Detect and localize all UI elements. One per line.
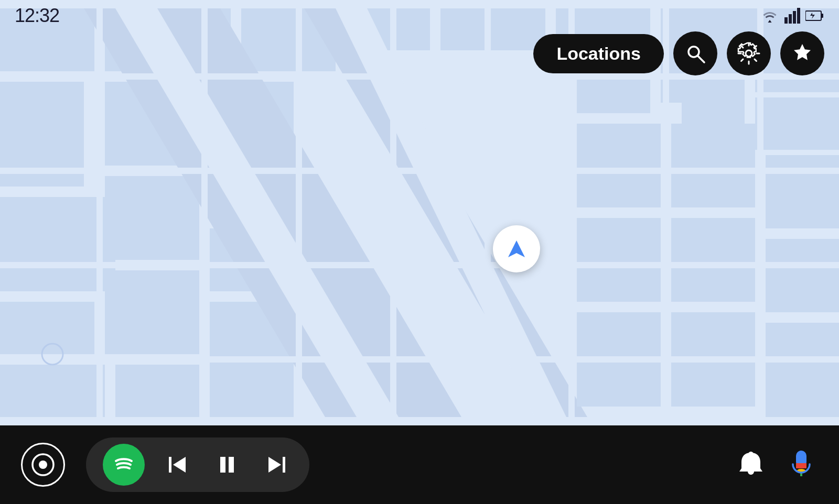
svg-rect-57 xyxy=(789,14,792,24)
media-controls xyxy=(86,437,309,492)
svg-rect-17 xyxy=(0,365,105,417)
location-arrow-icon xyxy=(505,237,528,260)
svg-rect-13 xyxy=(755,97,839,150)
status-bar: 12:32 xyxy=(0,0,839,31)
svg-rect-34 xyxy=(577,124,661,207)
svg-rect-29 xyxy=(210,365,294,417)
svg-rect-42 xyxy=(766,323,839,417)
star-icon xyxy=(791,42,814,65)
search-button[interactable] xyxy=(673,31,717,75)
svg-rect-58 xyxy=(793,11,796,24)
prev-button[interactable] xyxy=(162,448,194,481)
svg-rect-59 xyxy=(797,8,800,24)
svg-rect-24 xyxy=(105,270,199,354)
svg-rect-61 xyxy=(821,14,823,18)
battery-icon xyxy=(805,9,824,23)
map-area[interactable]: 12:32 xyxy=(0,0,839,425)
settings-button[interactable] xyxy=(727,31,771,75)
toolbar: Locations xyxy=(533,31,824,75)
svg-line-63 xyxy=(698,56,704,62)
svg-rect-70 xyxy=(283,457,285,473)
svg-rect-56 xyxy=(784,17,788,24)
wifi-icon xyxy=(760,8,779,23)
favorites-button[interactable] xyxy=(780,31,824,75)
svg-rect-67 xyxy=(169,457,171,473)
settings-icon xyxy=(737,42,760,65)
next-icon xyxy=(264,453,288,477)
svg-point-66 xyxy=(39,461,47,469)
svg-rect-40 xyxy=(766,155,839,228)
spotify-button[interactable] xyxy=(103,444,145,486)
svg-rect-69 xyxy=(229,457,234,473)
home-circle-icon xyxy=(31,453,55,477)
svg-rect-12 xyxy=(682,82,745,124)
bottom-bar xyxy=(0,425,839,504)
svg-rect-68 xyxy=(220,457,225,473)
home-button[interactable] xyxy=(21,443,65,487)
prev-icon xyxy=(166,453,190,477)
search-icon xyxy=(684,42,706,64)
pause-icon xyxy=(215,453,239,477)
svg-rect-23 xyxy=(105,176,199,260)
bell-icon xyxy=(734,447,768,481)
svg-rect-41 xyxy=(766,239,839,312)
voice-icon xyxy=(784,447,818,481)
current-location-button[interactable] xyxy=(493,225,540,272)
bottom-right-controls xyxy=(734,447,818,483)
notification-button[interactable] xyxy=(734,447,768,483)
locations-button[interactable]: Locations xyxy=(533,34,664,73)
svg-rect-20 xyxy=(16,323,89,354)
spotify-icon xyxy=(111,452,137,478)
status-icons xyxy=(760,8,824,24)
svg-rect-38 xyxy=(671,218,755,302)
next-button[interactable] xyxy=(260,448,293,481)
svg-rect-37 xyxy=(671,124,755,207)
pause-button[interactable] xyxy=(211,448,243,481)
svg-rect-18 xyxy=(115,365,199,417)
svg-rect-35 xyxy=(577,218,661,302)
signal-icon xyxy=(784,8,800,24)
voice-button[interactable] xyxy=(784,447,818,483)
time-display: 12:32 xyxy=(15,5,59,27)
svg-rect-72 xyxy=(796,463,806,468)
app: 12:32 xyxy=(0,0,839,504)
